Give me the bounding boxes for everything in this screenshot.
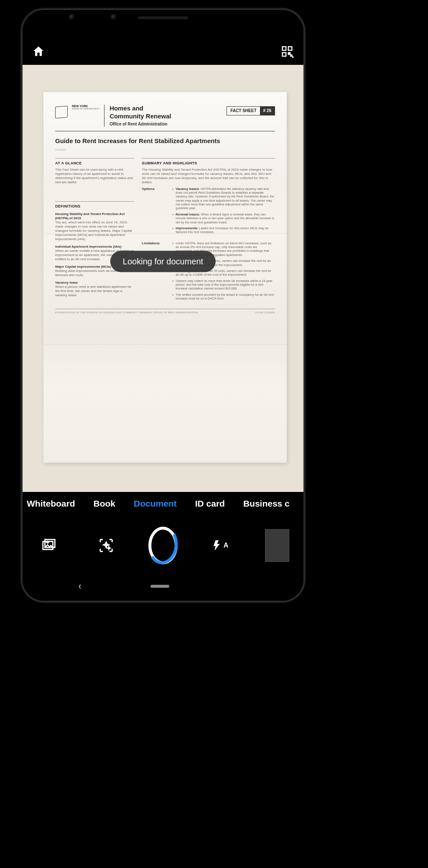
at-a-glance-body: This Fact Sheet can be used along with a…	[55, 168, 134, 184]
shutter-inner	[153, 531, 173, 560]
mode-tab-business-c[interactable]: Business c	[243, 499, 290, 509]
document-footer: A PUBLICATION OF THE DIVISION OF HOUSING…	[55, 309, 275, 315]
bottom-controls: A	[23, 515, 303, 576]
flash-button[interactable]: A	[212, 538, 229, 553]
camera-viewport[interactable]: NEW YORK STATE OF OPPORTUNITY Homes and …	[23, 65, 303, 492]
svg-rect-0	[283, 46, 286, 50]
nav-home-pill[interactable]	[150, 585, 169, 588]
svg-rect-1	[288, 46, 292, 50]
badge-right: # 26	[260, 107, 275, 115]
phone-notch	[23, 10, 303, 25]
capture-mode-strip[interactable]: WhiteboardBookDocumentID cardBusiness c	[23, 492, 303, 515]
definitions-head: DEFINITIONS	[55, 201, 134, 209]
mode-tab-id-card[interactable]: ID card	[195, 499, 225, 509]
qr-button[interactable]	[280, 44, 294, 59]
limitation-item: Owners may collect no more than three IA…	[172, 279, 275, 291]
mode-tab-whiteboard[interactable]: Whiteboard	[27, 499, 75, 509]
mode-tab-document[interactable]: Document	[134, 499, 177, 509]
iai-head: Individual Apartment Improvements (IAIs)	[55, 245, 134, 249]
vac-head: Vacancy lease	[55, 281, 134, 285]
footer-right: FS-26 (11/2022)	[255, 311, 275, 315]
screen: NEW YORK STATE OF OPPORTUNITY Homes and …	[23, 25, 303, 601]
status-toast: Looking for document	[110, 251, 216, 272]
gallery-button[interactable]	[41, 538, 57, 553]
svg-point-7	[47, 541, 48, 543]
scanned-document: NEW YORK STATE OF OPPORTUNITY Homes and …	[43, 92, 287, 463]
mode-tab-book[interactable]: Book	[94, 499, 116, 509]
at-a-glance-head: AT A GLANCE	[55, 158, 134, 166]
agency-line3: Office of Rent Administration	[110, 122, 171, 127]
gallery-icon	[41, 538, 57, 553]
document-header: NEW YORK STATE OF OPPORTUNITY Homes and …	[55, 105, 275, 131]
agency-line2: Community Renewal	[110, 113, 171, 120]
document-body: AT A GLANCE This Fact Sheet can be used …	[55, 158, 275, 302]
svg-rect-3	[288, 52, 290, 54]
summary-body: The Housing Stability and Tenant Protect…	[142, 168, 275, 184]
nav-back-button[interactable]: ‹	[79, 580, 81, 592]
logo-state: NEW YORK	[72, 105, 100, 108]
options-list: Vacancy leases: HSTPA eliminated the sta…	[169, 187, 275, 236]
sensor-dot	[110, 14, 118, 21]
limitation-item: The written consent provided by the tena…	[172, 293, 275, 301]
option-item: Improvements: Lawful rent increases for …	[172, 226, 275, 234]
camera-dot	[69, 14, 76, 21]
page-count: 3 PAGES	[55, 149, 275, 152]
status-bar	[23, 25, 303, 38]
qr-icon	[280, 44, 294, 59]
document-title: Guide to Rent Increases for Rent Stabili…	[55, 137, 275, 145]
options-label: Options	[142, 187, 165, 236]
option-item: Renewal leases: When a tenant signs a re…	[172, 213, 275, 224]
logo-sub: STATE OF OPPORTUNITY	[72, 108, 100, 110]
option-item: Vacancy leases: HSTPA eliminated the sta…	[172, 187, 275, 210]
summary-head: SUMMARY AND HIGHLIGHTS	[142, 158, 275, 166]
enhance-icon	[98, 538, 114, 553]
top-bar	[23, 38, 303, 65]
toast-text: Looking for document	[123, 256, 203, 266]
hstpa-head: Housing Stability and Tenant Protection …	[55, 212, 134, 220]
home-button[interactable]	[32, 45, 45, 58]
enhance-button[interactable]	[98, 538, 114, 553]
svg-rect-2	[283, 52, 286, 56]
hstpa-body: The act, which went into effect on June …	[55, 220, 134, 241]
power-button[interactable]	[304, 165, 305, 198]
ny-state-icon	[55, 106, 68, 118]
speaker-slot	[138, 16, 188, 19]
last-capture-thumbnail[interactable]	[265, 529, 289, 562]
badge-left: FACT SHEET	[227, 107, 260, 115]
fact-sheet-badge: FACT SHEET # 26	[227, 106, 275, 115]
home-icon	[32, 45, 45, 58]
agency-line1: Homes and	[110, 105, 171, 113]
flash-auto-icon	[212, 538, 224, 553]
system-nav-bar: ‹	[23, 576, 303, 601]
phone-frame: NEW YORK STATE OF OPPORTUNITY Homes and …	[21, 8, 305, 602]
footer-left: A PUBLICATION OF THE DIVISION OF HOUSING…	[55, 311, 198, 315]
volume-button[interactable]	[304, 244, 305, 307]
shutter-button[interactable]	[148, 527, 178, 564]
vac-body: When a person rents a rent stabilized ap…	[55, 285, 134, 297]
flash-mode-label: A	[224, 542, 229, 549]
svg-rect-4	[291, 55, 292, 56]
